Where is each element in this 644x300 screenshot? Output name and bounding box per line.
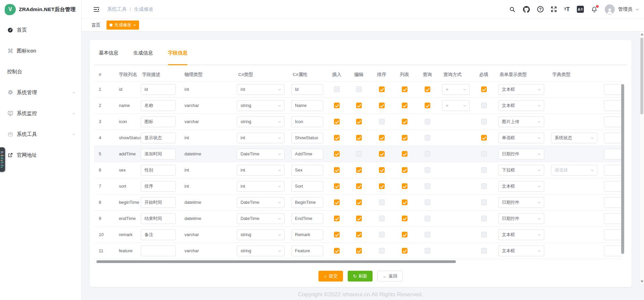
sidebar-item-system-monitor[interactable]: 系统监控 xyxy=(0,103,81,124)
insert-checkbox[interactable] xyxy=(334,86,340,92)
tab-basic-info[interactable]: 基本信息 xyxy=(99,50,118,65)
form-type-select[interactable]: 文本框 xyxy=(498,84,544,95)
sidebar-collapse-icon[interactable] xyxy=(93,6,100,13)
dict-type-select[interactable]: 请选择 xyxy=(551,165,597,176)
form-type-select[interactable]: 图片上传 xyxy=(498,116,544,127)
help-icon[interactable]: ? xyxy=(537,6,544,12)
logo-row[interactable]: V ZRAdmin.NET后台管理 xyxy=(0,0,81,19)
field-desc-input[interactable] xyxy=(141,246,176,256)
query-mode-select[interactable]: = xyxy=(442,100,470,111)
sidebar-item-home[interactable]: 首页 xyxy=(0,20,81,40)
field-desc-input[interactable] xyxy=(141,84,176,95)
list-checkbox[interactable] xyxy=(402,167,407,173)
fullscreen-icon[interactable] xyxy=(551,6,557,12)
query-mode-select[interactable]: = xyxy=(442,84,470,95)
field-desc-input[interactable] xyxy=(141,165,176,176)
list-checkbox[interactable] xyxy=(402,183,407,189)
cs-attr-input[interactable] xyxy=(291,229,323,240)
edit-checkbox[interactable] xyxy=(356,151,362,157)
query-checkbox[interactable] xyxy=(425,103,430,108)
tab-gen-info[interactable]: 生成信息 xyxy=(133,50,153,65)
edit-checkbox[interactable] xyxy=(356,183,362,189)
list-checkbox[interactable] xyxy=(402,248,407,254)
field-desc-input[interactable] xyxy=(141,116,176,127)
query-checkbox[interactable] xyxy=(425,199,430,205)
extra-input[interactable] xyxy=(604,116,622,127)
form-type-select[interactable]: 文本框 xyxy=(498,100,544,111)
field-desc-input[interactable] xyxy=(141,100,176,111)
form-type-select[interactable]: 文本框 xyxy=(498,181,544,192)
required-checkbox[interactable] xyxy=(481,167,487,173)
query-checkbox[interactable] xyxy=(425,232,430,237)
required-checkbox[interactable] xyxy=(481,183,487,189)
form-type-select[interactable]: 日期控件 xyxy=(498,149,544,159)
required-checkbox[interactable] xyxy=(481,86,487,92)
field-desc-input[interactable] xyxy=(141,229,176,240)
extra-input[interactable] xyxy=(604,213,622,224)
required-checkbox[interactable] xyxy=(481,199,487,205)
required-checkbox[interactable] xyxy=(481,135,487,141)
cs-type-select[interactable]: string xyxy=(237,116,285,127)
insert-checkbox[interactable] xyxy=(334,103,340,108)
cs-type-select[interactable]: string xyxy=(237,229,285,240)
extra-input[interactable] xyxy=(604,84,622,95)
required-checkbox[interactable] xyxy=(481,151,487,157)
sort-checkbox[interactable] xyxy=(379,232,385,237)
cs-type-select[interactable]: DateTime xyxy=(237,213,285,224)
required-checkbox[interactable] xyxy=(481,216,487,221)
refresh-button[interactable]: 刷新 xyxy=(348,271,373,282)
sidebar-item-console[interactable]: 控制台 xyxy=(0,61,81,82)
avatar[interactable] xyxy=(605,4,615,14)
search-icon[interactable] xyxy=(509,6,516,13)
sidebar-item-system-admin[interactable]: 系统管理 xyxy=(0,82,81,103)
edit-checkbox[interactable] xyxy=(356,216,362,221)
edit-checkbox[interactable] xyxy=(356,119,362,124)
query-checkbox[interactable] xyxy=(425,216,430,221)
cs-attr-input[interactable] xyxy=(291,246,323,256)
cs-attr-input[interactable] xyxy=(291,84,323,95)
edit-checkbox[interactable] xyxy=(356,135,362,141)
sort-checkbox[interactable] xyxy=(379,86,385,92)
form-type-select[interactable]: 日期控件 xyxy=(498,213,544,224)
tag-home[interactable]: 首页 xyxy=(91,22,100,28)
extra-input[interactable] xyxy=(604,181,622,192)
cs-attr-input[interactable] xyxy=(291,165,323,176)
cs-type-select[interactable]: string xyxy=(237,100,285,111)
form-type-select[interactable]: 日期控件 xyxy=(498,197,544,208)
field-desc-input[interactable] xyxy=(141,197,176,208)
cs-attr-input[interactable] xyxy=(291,149,323,159)
tag-active[interactable]: 生成修改 xyxy=(106,21,139,30)
cs-attr-input[interactable] xyxy=(291,133,323,143)
query-checkbox[interactable] xyxy=(425,183,430,189)
sort-checkbox[interactable] xyxy=(379,199,385,205)
breadcrumb-level1[interactable]: 系统工具 xyxy=(107,6,127,12)
sort-checkbox[interactable] xyxy=(379,167,385,173)
cs-type-select[interactable]: DateTime xyxy=(237,149,285,159)
field-desc-input[interactable] xyxy=(141,213,176,224)
extra-input[interactable] xyxy=(604,246,622,256)
query-checkbox[interactable] xyxy=(425,86,430,92)
sidebar-item-official-site[interactable]: 官网地址 xyxy=(0,145,81,165)
submit-button[interactable]: 提交 xyxy=(318,271,343,282)
cs-attr-input[interactable] xyxy=(291,197,323,208)
sort-checkbox[interactable] xyxy=(379,103,385,108)
cs-attr-input[interactable] xyxy=(291,213,323,224)
cs-type-select[interactable]: int xyxy=(237,84,285,95)
field-desc-input[interactable] xyxy=(141,149,176,159)
form-type-select[interactable]: 下拉框 xyxy=(498,165,544,176)
cs-type-select[interactable]: int xyxy=(237,181,285,192)
extra-input[interactable] xyxy=(604,165,622,176)
edit-checkbox[interactable] xyxy=(356,199,362,205)
edit-checkbox[interactable] xyxy=(356,248,362,254)
query-checkbox[interactable] xyxy=(425,248,430,254)
page-scrollbar[interactable] xyxy=(639,32,644,284)
edit-checkbox[interactable] xyxy=(356,86,362,92)
list-checkbox[interactable] xyxy=(402,216,407,221)
cs-type-select[interactable]: DateTime xyxy=(237,197,285,208)
insert-checkbox[interactable] xyxy=(334,135,340,141)
dict-type-select[interactable]: 系统状态 xyxy=(551,133,597,143)
cs-type-select[interactable]: int xyxy=(237,165,285,176)
list-checkbox[interactable] xyxy=(402,151,407,157)
scroll-up-icon[interactable] xyxy=(641,33,643,35)
edit-checkbox[interactable] xyxy=(356,232,362,237)
